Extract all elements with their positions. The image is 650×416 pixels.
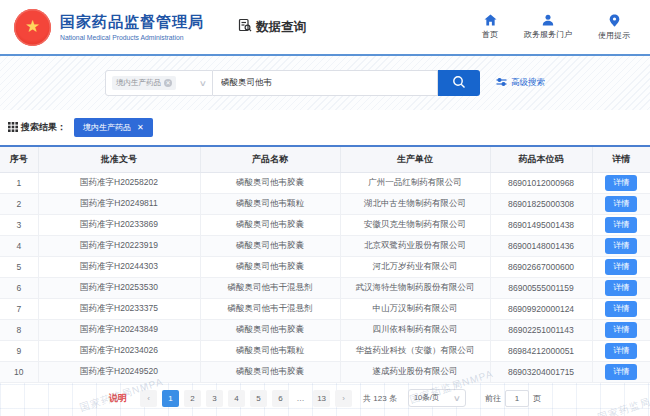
- cell-no: 4: [0, 235, 38, 256]
- cell-code: 86900555001159: [490, 277, 592, 298]
- cell-no: 1: [0, 172, 38, 193]
- category-tag-close-icon[interactable]: ✕: [164, 79, 172, 87]
- col-header-product: 产品名称: [200, 146, 340, 172]
- cell-code: 86909920000124: [490, 298, 592, 319]
- org-name-en: National Medical Products Administration: [60, 34, 204, 41]
- results-label: 搜索结果：: [21, 121, 66, 134]
- note-link[interactable]: 说明: [109, 392, 127, 405]
- cell-product: 磷酸奥司他韦胶囊: [200, 214, 340, 235]
- detail-button[interactable]: 详情: [605, 301, 637, 317]
- nav-gov-portal-label: 政务服务门户: [524, 29, 572, 40]
- cell-no: 8: [0, 319, 38, 340]
- page-button-6[interactable]: 6: [272, 390, 289, 407]
- org-name-cn: 国家药品监督管理局: [60, 13, 204, 32]
- detail-button[interactable]: 详情: [605, 238, 637, 254]
- page-button-4[interactable]: 4: [228, 390, 245, 407]
- cell-manufacturer: 安徽贝克生物制药有限公司: [340, 214, 490, 235]
- page-button-5[interactable]: 5: [250, 390, 267, 407]
- grid-icon: [8, 122, 18, 134]
- detail-button[interactable]: 详情: [605, 196, 637, 212]
- detail-button[interactable]: 详情: [605, 322, 637, 338]
- cell-product: 磷酸奥司他韦颗粒: [200, 193, 340, 214]
- filter-sliders-icon: [496, 77, 507, 89]
- nav-home-label: 首页: [482, 29, 498, 40]
- next-page-button[interactable]: ›: [335, 390, 352, 407]
- table-header-row: 序号 批准文号 产品名称 生产单位 药品本位码 详情: [0, 146, 650, 172]
- emblem-star-icon: ★: [25, 18, 40, 35]
- detail-button[interactable]: 详情: [605, 280, 637, 296]
- cell-no: 10: [0, 361, 38, 382]
- detail-button[interactable]: 详情: [605, 175, 637, 191]
- cell-no: 5: [0, 256, 38, 277]
- cell-code: 86903204001715: [490, 361, 592, 382]
- page-button-2[interactable]: 2: [184, 390, 201, 407]
- advanced-search-label: 高级搜索: [511, 77, 545, 89]
- cell-approval: 国药准字H20249811: [38, 193, 200, 214]
- cell-product: 磷酸奥司他韦干混悬剂: [200, 298, 340, 319]
- results-label-wrap: 搜索结果：: [8, 121, 66, 134]
- cell-manufacturer: 湖北中古生物制药有限公司: [340, 193, 490, 214]
- cell-no: 9: [0, 340, 38, 361]
- page-size-value: 10条/页: [414, 393, 439, 403]
- org-title-block: 国家药品监督管理局 National Medical Products Admi…: [60, 13, 204, 41]
- col-header-manufacturer: 生产单位: [340, 146, 490, 172]
- home-icon: [484, 14, 497, 26]
- cell-product: 磷酸奥司他韦胶囊: [200, 361, 340, 382]
- page-button-13[interactable]: 13: [313, 390, 330, 407]
- col-header-code: 药品本位码: [490, 146, 592, 172]
- page-button-1[interactable]: 1: [162, 390, 179, 407]
- site-header: ★ 国家药品监督管理局 National Medical Products Ad…: [0, 0, 650, 56]
- cell-no: 2: [0, 193, 38, 214]
- cell-code: 86984212000051: [490, 340, 592, 361]
- search-bar: 境内生产药品 ✕ ∨ 高级搜索: [105, 70, 545, 96]
- cell-code: 86901825000308: [490, 193, 592, 214]
- cell-code: 86902251001143: [490, 319, 592, 340]
- cell-product: 磷酸奥司他韦胶囊: [200, 172, 340, 193]
- table-row: 2 国药准字H20249811 磷酸奥司他韦颗粒 湖北中古生物制药有限公司 86…: [0, 193, 650, 214]
- cell-manufacturer: 武汉海特生物制药股份有限公司: [340, 277, 490, 298]
- cell-manufacturer: 河北万岁药业有限公司: [340, 256, 490, 277]
- nav-usage-tips-label: 使用提示: [598, 30, 630, 41]
- cell-manufacturer: 北京双鹭药业股份有限公司: [340, 235, 490, 256]
- chevron-down-icon: ∨: [199, 79, 207, 88]
- page-button-3[interactable]: 3: [206, 390, 223, 407]
- detail-button[interactable]: 详情: [605, 259, 637, 275]
- goto-page-input[interactable]: [505, 390, 529, 407]
- col-header-detail: 详情: [592, 146, 650, 172]
- search-input[interactable]: [213, 70, 438, 96]
- page-ellipsis[interactable]: …: [294, 394, 308, 403]
- prev-page-button[interactable]: ‹: [140, 390, 157, 407]
- detail-button[interactable]: 详情: [605, 364, 637, 380]
- cell-manufacturer: 华益药业科技（安徽）有限公司: [340, 340, 490, 361]
- search-button[interactable]: [438, 70, 480, 96]
- table-row: 7 国药准字H20233375 磷酸奥司他韦干混悬剂 中山万汉制药有限公司 86…: [0, 298, 650, 319]
- cell-product: 磷酸奥司他韦胶囊: [200, 319, 340, 340]
- goto-page-wrap: 前往 页: [485, 390, 541, 407]
- category-select[interactable]: 境内生产药品 ✕ ∨: [105, 70, 213, 96]
- category-tag[interactable]: 境内生产药品 ✕: [112, 76, 176, 90]
- document-search-icon: [238, 18, 252, 36]
- active-filter-tag[interactable]: 境内生产药品 ✕: [74, 118, 153, 137]
- advanced-search-link[interactable]: 高级搜索: [496, 77, 545, 89]
- cell-manufacturer: 中山万汉制药有限公司: [340, 298, 490, 319]
- cell-code: 86901012000968: [490, 172, 592, 193]
- cell-code: 86901495001438: [490, 214, 592, 235]
- detail-button[interactable]: 详情: [605, 343, 637, 359]
- top-nav: 首页 政务服务门户 使用提示: [482, 14, 636, 41]
- nav-usage-tips[interactable]: 使用提示: [598, 14, 630, 41]
- search-section: 境内生产药品 ✕ ∨ 高级搜索: [0, 56, 650, 110]
- table-row: 8 国药准字H20243849 磷酸奥司他韦胶囊 四川依科制药有限公司 8690…: [0, 319, 650, 340]
- cell-manufacturer: 遂成药业股份有限公司: [340, 361, 490, 382]
- cell-product: 磷酸奥司他韦颗粒: [200, 340, 340, 361]
- filter-tag-close-icon[interactable]: ✕: [137, 124, 144, 132]
- cell-product: 磷酸奥司他韦胶囊: [200, 235, 340, 256]
- nav-gov-portal[interactable]: 政务服务门户: [524, 14, 572, 41]
- nav-home[interactable]: 首页: [482, 14, 498, 41]
- table-row: 9 国药准字H20234026 磷酸奥司他韦颗粒 华益药业科技（安徽）有限公司 …: [0, 340, 650, 361]
- detail-button[interactable]: 详情: [605, 217, 637, 233]
- cell-manufacturer: 四川依科制药有限公司: [340, 319, 490, 340]
- page-size-select[interactable]: 10条/页 ∨: [408, 389, 466, 407]
- cell-code: 86900148001436: [490, 235, 592, 256]
- cell-product: 磷酸奥司他韦干混悬剂: [200, 277, 340, 298]
- results-table: 序号 批准文号 产品名称 生产单位 药品本位码 详情 1 国药准字H202582…: [0, 145, 650, 383]
